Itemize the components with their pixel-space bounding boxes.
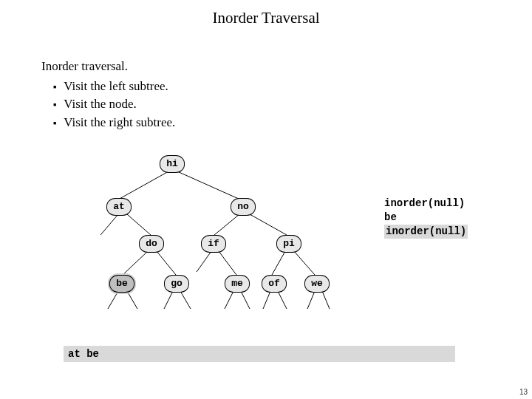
svg-line-14 xyxy=(164,291,173,309)
heading: Inorder traversal. xyxy=(41,58,175,76)
tree-node-no: no xyxy=(231,198,256,216)
svg-line-16 xyxy=(225,291,233,309)
tree-node-at: at xyxy=(106,198,132,216)
svg-line-5 xyxy=(250,214,287,235)
svg-line-10 xyxy=(272,251,285,275)
output-bar: at be xyxy=(64,346,455,362)
svg-line-8 xyxy=(197,251,211,272)
svg-line-6 xyxy=(123,251,148,275)
bullet-item: Visit the node. xyxy=(53,95,175,114)
stack-line: inorder(null) xyxy=(384,197,468,211)
svg-line-3 xyxy=(127,214,151,235)
tree-node-go: go xyxy=(164,275,189,293)
stack-line: be xyxy=(384,211,468,225)
tree-node-hi: hi xyxy=(160,155,185,173)
tree-node-do: do xyxy=(139,235,164,253)
call-stack: inorder(null) be inorder(null) xyxy=(384,197,468,239)
tree-diagram: hi at no do if pi be go me of we xyxy=(74,154,384,331)
tree-node-of: of xyxy=(262,275,287,293)
svg-line-18 xyxy=(263,291,270,309)
svg-line-15 xyxy=(180,291,191,309)
tree-node-me: me xyxy=(225,275,250,293)
slide-title: Inorder Traversal xyxy=(0,0,532,27)
stack-highlight: inorder(null) xyxy=(384,225,468,239)
bullet-item: Visit the right subtree. xyxy=(53,114,175,132)
stack-line: inorder(null) xyxy=(384,225,468,239)
svg-line-7 xyxy=(157,251,176,275)
svg-line-2 xyxy=(100,214,118,235)
tree-node-we: we xyxy=(304,275,330,293)
svg-line-9 xyxy=(219,251,236,275)
bullet-list: Visit the left subtree. Visit the node. … xyxy=(53,78,175,132)
svg-line-17 xyxy=(241,291,250,309)
page-number: 13 xyxy=(519,388,528,396)
svg-line-4 xyxy=(214,214,239,235)
svg-line-11 xyxy=(294,251,315,275)
tree-node-if: if xyxy=(201,235,226,253)
bullet-item: Visit the left subtree. xyxy=(53,78,175,96)
slide: Inorder Traversal Inorder traversal. Vis… xyxy=(0,0,532,399)
tree-edges xyxy=(74,154,384,331)
svg-line-20 xyxy=(307,291,315,309)
svg-line-19 xyxy=(278,291,287,309)
svg-line-0 xyxy=(118,171,168,200)
svg-line-21 xyxy=(322,291,330,309)
tree-node-be: be xyxy=(109,275,134,293)
tree-node-pi: pi xyxy=(276,235,301,253)
svg-line-1 xyxy=(177,171,240,200)
svg-line-13 xyxy=(127,291,137,309)
body-text: Inorder traversal. Visit the left subtre… xyxy=(41,58,175,132)
svg-line-12 xyxy=(108,291,118,309)
